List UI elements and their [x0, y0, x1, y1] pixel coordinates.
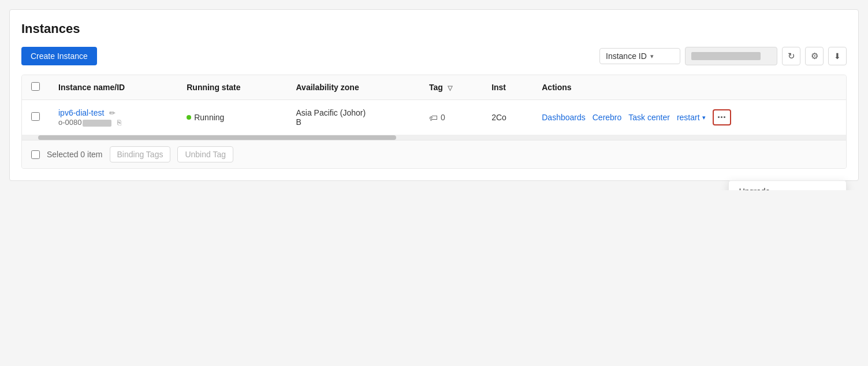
scrollbar-thumb[interactable]: [38, 135, 396, 140]
row-checkbox-cell[interactable]: [22, 100, 49, 135]
horizontal-scrollbar[interactable]: [22, 135, 846, 140]
toolbar: Create Instance Instance ID ▾ ↻ ⚙ ⬇: [21, 47, 847, 65]
settings-button[interactable]: ⚙: [805, 47, 824, 65]
ellipsis-icon: ···: [717, 112, 726, 124]
filter-dropdown-label: Instance ID: [606, 51, 647, 61]
tag-icon: 🏷: [429, 113, 438, 123]
availability-zone-cell: Asia Pacific (Johor) B: [287, 100, 420, 135]
table-header-row: Instance name/ID Running state Availabil…: [22, 75, 846, 100]
zone-line1: Asia Pacific (Johor): [296, 108, 366, 117]
instance-id: o-0080: [58, 118, 115, 127]
instance-name-cell: ipv6-dial-test ✏ o-0080 ⎘: [49, 100, 177, 135]
tag-count: 0: [441, 113, 445, 122]
dropdown-item-upgrade[interactable]: Upgrade: [729, 181, 846, 190]
edit-icon[interactable]: ✏: [109, 109, 116, 117]
more-actions-button[interactable]: ···: [713, 109, 731, 125]
inst-cell: 2Co: [482, 100, 532, 135]
tag-cell: 🏷 0: [420, 100, 482, 135]
instance-name-link[interactable]: ipv6-dial-test: [58, 108, 104, 117]
unbind-tag-button[interactable]: Unbind Tag: [177, 146, 233, 162]
bottom-select-all-checkbox[interactable]: [31, 150, 40, 159]
search-box[interactable]: [685, 47, 777, 65]
col-header-actions: Actions: [532, 75, 846, 100]
bottom-bar: Selected 0 item Binding Tags Unbind Tag: [22, 140, 846, 168]
running-dot: [187, 115, 191, 120]
col-header-state: Running state: [177, 75, 286, 100]
restart-button[interactable]: restart ▾: [677, 113, 706, 122]
actions-cell: Dashboards Cerebro Task center restart ▾…: [532, 100, 846, 135]
selected-count-text: Selected 0 item: [47, 150, 103, 159]
instances-table: Instance name/ID Running state Availabil…: [21, 75, 847, 169]
cerebro-link[interactable]: Cerebro: [593, 113, 622, 122]
copy-icon[interactable]: ⎘: [117, 119, 121, 127]
running-state-cell: Running: [177, 100, 286, 135]
task-center-link[interactable]: Task center: [628, 113, 670, 122]
toolbar-right: Instance ID ▾ ↻ ⚙ ⬇: [599, 47, 847, 65]
col-header-tag: Tag ▽: [420, 75, 482, 100]
actions-container: Dashboards Cerebro Task center restart ▾…: [542, 109, 837, 125]
chevron-down-icon: ▾: [650, 53, 654, 60]
gear-icon: ⚙: [811, 51, 818, 61]
running-badge: Running: [187, 113, 277, 122]
select-all-header[interactable]: [22, 75, 49, 100]
download-icon: ⬇: [834, 51, 841, 61]
zone-line2: B: [296, 117, 301, 127]
filter-dropdown[interactable]: Instance ID ▾: [599, 48, 680, 64]
download-button[interactable]: ⬇: [828, 47, 847, 65]
select-all-checkbox[interactable]: [31, 82, 40, 91]
refresh-button[interactable]: ↻: [782, 47, 800, 65]
create-instance-button[interactable]: Create Instance: [21, 47, 97, 65]
tag-container: 🏷 0: [429, 113, 473, 123]
running-label: Running: [194, 113, 224, 122]
col-header-name: Instance name/ID: [49, 75, 177, 100]
search-placeholder: [691, 52, 761, 60]
main-container: Instances Create Instance Instance ID ▾ …: [9, 9, 859, 181]
page-title: Instances: [21, 21, 847, 36]
dashboards-link[interactable]: Dashboards: [542, 113, 586, 122]
more-actions-dropdown: Upgrade Downgrade Remove data nodes Add …: [728, 180, 847, 190]
col-header-zone: Availability zone: [287, 75, 420, 100]
table-row: ipv6-dial-test ✏ o-0080 ⎘ Running: [22, 100, 846, 135]
row-checkbox[interactable]: [31, 112, 40, 121]
binding-tags-button[interactable]: Binding Tags: [110, 146, 171, 162]
restart-label: restart: [677, 113, 700, 122]
col-header-inst: Inst: [482, 75, 532, 100]
restart-chevron-icon: ▾: [702, 114, 706, 121]
tag-filter-icon[interactable]: ▽: [448, 84, 452, 91]
